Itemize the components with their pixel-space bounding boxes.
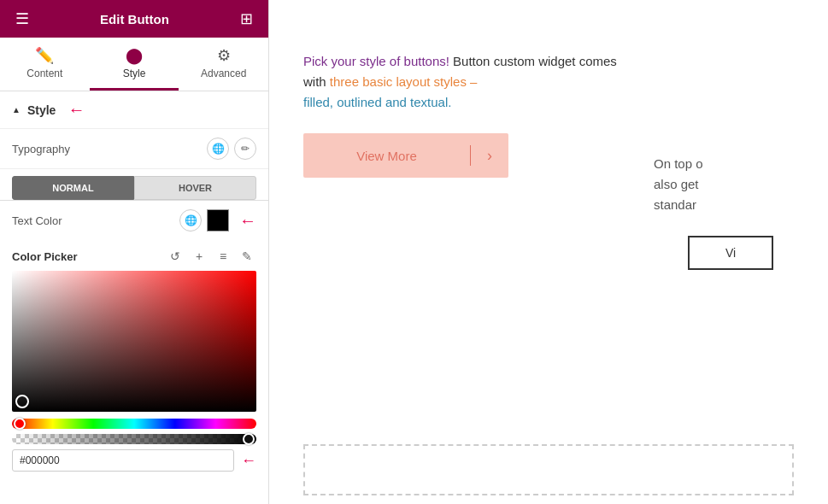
text-color-arrow-indicator: ←: [239, 211, 256, 231]
text-blue: filled, outlined and textual.: [303, 95, 451, 109]
tab-content[interactable]: ✏️ Content: [0, 38, 90, 91]
text-orange: three basic layout styles –: [330, 74, 478, 89]
button-arrow-icon: ›: [471, 147, 508, 165]
style-tab-icon: ⬤: [126, 46, 143, 65]
grid-icon[interactable]: ⊞: [237, 6, 256, 32]
section-title: Style: [27, 103, 56, 117]
outlined-button-demo[interactable]: Vi: [688, 236, 773, 270]
alpha-slider-row: [12, 434, 256, 444]
content-block-outlined: On top oalso getstandar Vi: [654, 154, 773, 270]
state-tabs: NORMAL HOVER: [0, 169, 268, 201]
alpha-slider[interactable]: [12, 434, 256, 444]
text-color-row: Text Color 🌐 ←: [0, 201, 268, 240]
globe-icon[interactable]: 🌐: [207, 138, 229, 160]
state-tab-normal[interactable]: NORMAL: [12, 176, 134, 200]
color-picker-title: Color Picker: [12, 250, 78, 263]
content-tab-label: Content: [26, 67, 62, 79]
advanced-tab-icon: ⚙: [217, 46, 231, 65]
hex-input-row: ←: [12, 449, 256, 472]
left-panel: ☰ Edit Button ⊞ ✏️ Content ⬤ Style ⚙ Adv…: [0, 0, 269, 504]
list-button[interactable]: ≡: [214, 247, 232, 266]
text-color-label: Text Color: [12, 214, 62, 227]
panel-header: ☰ Edit Button ⊞: [0, 0, 268, 38]
tab-bar: ✏️ Content ⬤ Style ⚙ Advanced: [0, 38, 268, 91]
edit-icon[interactable]: ✏: [234, 138, 256, 160]
style-section-header[interactable]: ▲ Style ←: [0, 91, 268, 129]
outlined-button-label: Vi: [690, 246, 772, 260]
text-color-swatch[interactable]: [207, 209, 229, 231]
typography-label: Typography: [12, 143, 70, 155]
section-arrow-indicator: ←: [68, 100, 85, 120]
add-button[interactable]: +: [190, 247, 208, 266]
main-content: Pick your style of buttons! Button custo…: [269, 0, 828, 436]
description-text: Pick your style of buttons! Button custo…: [303, 51, 620, 113]
advanced-tab-label: Advanced: [201, 67, 246, 79]
hamburger-icon[interactable]: ☰: [12, 6, 32, 32]
tab-style[interactable]: ⬤ Style: [90, 38, 179, 91]
eyedropper-button[interactable]: ✎: [238, 247, 256, 266]
hue-slider-row: [12, 419, 256, 429]
hex-arrow-indicator: ←: [241, 452, 256, 470]
button-demo-label: View More: [303, 149, 470, 163]
hue-slider[interactable]: [12, 419, 256, 429]
color-gradient-canvas[interactable]: [12, 271, 256, 412]
filled-button-demo[interactable]: View More ›: [303, 133, 508, 178]
state-tab-hover[interactable]: HOVER: [134, 176, 256, 200]
tab-advanced[interactable]: ⚙ Advanced: [179, 38, 268, 91]
collapse-icon: ▲: [12, 105, 21, 114]
typography-row: Typography 🌐 ✏: [0, 129, 268, 169]
content-block-main: Pick your style of buttons! Button custo…: [303, 51, 620, 178]
typography-icons: 🌐 ✏: [207, 138, 256, 160]
panel-title: Edit Button: [100, 12, 169, 26]
alpha-slider-thumb: [243, 433, 255, 445]
color-picker-header: Color Picker ↺ + ≡ ✎: [12, 240, 256, 271]
hex-input[interactable]: [12, 449, 234, 472]
text-color-globe-icon[interactable]: 🌐: [179, 209, 202, 231]
content-tab-icon: ✏️: [35, 46, 54, 65]
color-picker-container: Color Picker ↺ + ≡ ✎ ←: [0, 240, 268, 480]
style-tab-label: Style: [123, 67, 146, 79]
right-content-area: Pick your style of buttons! Button custo…: [269, 0, 828, 504]
dashed-placeholder: [303, 444, 794, 495]
text-color-swatch-group: 🌐 ←: [179, 209, 256, 231]
outlined-text-partial: On top oalso getstandar: [654, 154, 773, 215]
text-purple: Pick your style of buttons!: [303, 54, 449, 68]
hue-slider-thumb: [14, 418, 26, 430]
reset-button[interactable]: ↺: [166, 247, 185, 266]
color-picker-actions: ↺ + ≡ ✎: [166, 247, 256, 266]
